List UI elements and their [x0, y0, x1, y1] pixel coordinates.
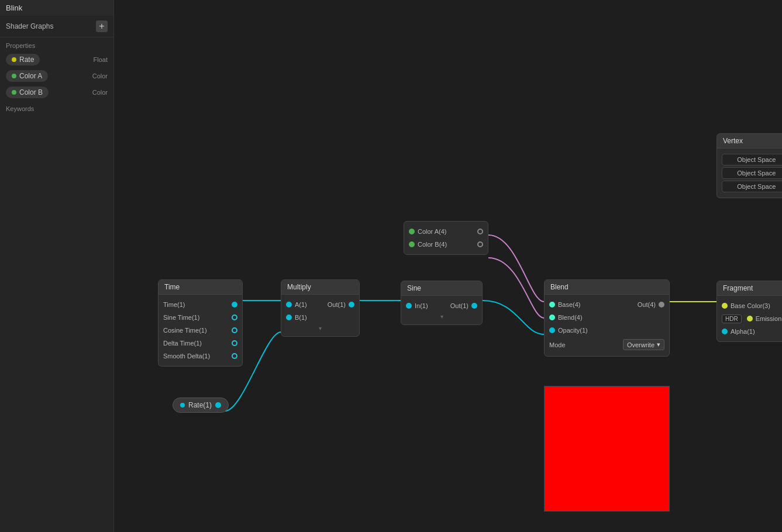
multiply-a-in-port[interactable] — [286, 302, 292, 308]
blend-base-in-port[interactable] — [549, 302, 555, 308]
blend-blend-port: Blend(4) — [545, 311, 669, 324]
properties-label: Properties — [0, 37, 113, 51]
color-a-dot-icon — [12, 74, 16, 78]
time-port-smooth: Smooth Delta(1) — [159, 350, 242, 362]
time-out-port[interactable] — [232, 302, 237, 308]
blend-mode-select[interactable]: Overwrite ▾ — [623, 339, 664, 350]
time-port-cosine: Cosine Time(1) — [159, 324, 242, 337]
sine-expand[interactable]: ▾ — [401, 312, 482, 321]
smooth-delta-out-port[interactable] — [232, 353, 237, 359]
color-a-type: Color — [92, 72, 108, 80]
time-port-sine: Sine Time(1) — [159, 311, 242, 324]
vertex-row-1: Object Space Normal(3) — [722, 167, 782, 179]
vertex-input-2[interactable]: Object Space — [722, 181, 782, 192]
hdr-badge: HDR — [722, 315, 742, 323]
fragment-alpha-in-port[interactable] — [722, 329, 728, 334]
vertex-row-0: Object Space Position(3) — [722, 154, 782, 165]
add-shader-graph-button[interactable]: + — [96, 20, 108, 32]
color-b4-out[interactable] — [477, 241, 483, 247]
blend-node: Blend Base(4) Out(4) Blend(4) — [544, 279, 670, 357]
multiply-out-port[interactable] — [349, 302, 354, 308]
sine-port-in: In(1) Out(1) — [401, 299, 482, 312]
multiply-node-header: Multiply — [281, 280, 359, 295]
fragment-alpha-port: Alpha(1) — [717, 325, 782, 338]
delta-time-out-port[interactable] — [232, 340, 237, 346]
vertex-input-0[interactable]: Object Space — [722, 154, 782, 165]
color-b-type: Color — [92, 89, 108, 96]
sidebar-title: Blink — [0, 0, 113, 16]
multiply-b-in-port[interactable] — [286, 315, 292, 320]
rate-left-dot-icon — [180, 403, 185, 407]
sidebar-shader-graphs: Shader Graphs + — [0, 16, 113, 37]
time-port-time: Time(1) — [159, 298, 242, 311]
fragment-base-color-in-port[interactable] — [722, 303, 728, 309]
color-b-dot-icon — [12, 90, 16, 95]
blend-mode-row: Mode Overwrite ▾ — [545, 337, 669, 353]
sidebar: Blink Shader Graphs + Properties Rate Fl… — [0, 0, 114, 532]
rate-type: Float — [94, 56, 108, 63]
connections-svg — [114, 0, 782, 532]
color-props-node: Color A(4) Color B(4) — [404, 221, 488, 255]
color-b4-dot[interactable] — [409, 241, 415, 247]
fragment-emission-in-port[interactable] — [747, 316, 753, 322]
sine-in-port[interactable] — [406, 303, 412, 309]
rate-dot-icon — [12, 57, 16, 62]
blend-opacity-in-port[interactable] — [549, 327, 555, 333]
blend-opacity-port: Opacity(1) — [545, 324, 669, 337]
color-b-4-port: Color B(4) — [404, 238, 488, 251]
fragment-node-header: Fragment — [717, 281, 782, 296]
cosine-time-out-port[interactable] — [232, 327, 237, 333]
multiply-expand[interactable]: ▾ — [281, 324, 359, 333]
vertex-node: Vertex Object Space Position(3) Object S… — [716, 133, 782, 198]
blend-blend-in-port[interactable] — [549, 315, 555, 320]
time-port-delta: Delta Time(1) — [159, 337, 242, 350]
property-color-a[interactable]: Color A Color — [0, 68, 113, 84]
color-b-label: Color B — [19, 88, 43, 96]
time-node: Time Time(1) Sine Time(1) Cosine Time(1)… — [158, 279, 243, 367]
color-a4-out[interactable] — [477, 229, 483, 234]
blend-out-port[interactable] — [659, 302, 664, 308]
red-preview — [544, 386, 670, 512]
rate-right-dot-icon[interactable] — [215, 402, 221, 408]
fragment-node: Fragment Base Color(3) HDR Emission(3) — [716, 281, 782, 342]
vertex-node-header: Vertex — [717, 134, 782, 148]
sine-time-out-port[interactable] — [232, 315, 237, 320]
shader-graphs-label: Shader Graphs — [6, 22, 53, 30]
sine-node: Sine In(1) Out(1) ▾ — [401, 281, 483, 325]
blend-base-port: Base(4) Out(4) — [545, 298, 669, 311]
fragment-emission-port: HDR Emission(3) — [717, 312, 782, 325]
keywords-label: Keywords — [0, 101, 113, 115]
rate-pill-label: Rate(1) — [188, 401, 212, 409]
time-node-header: Time — [159, 280, 242, 295]
blend-node-header: Blend — [545, 280, 669, 295]
multiply-node: Multiply A(1) Out(1) B(1) ▾ — [281, 279, 360, 337]
property-rate[interactable]: Rate Float — [0, 51, 113, 68]
multiply-port-b: B(1) — [281, 311, 359, 324]
canvas: Time Time(1) Sine Time(1) Cosine Time(1)… — [114, 0, 782, 532]
color-a4-dot[interactable] — [409, 229, 415, 234]
property-color-b[interactable]: Color B Color — [0, 84, 113, 101]
color-a-4-port: Color A(4) — [404, 225, 488, 238]
vertex-input-1[interactable]: Object Space — [722, 167, 782, 179]
rate-node[interactable]: Rate(1) — [173, 398, 229, 413]
vertex-row-2: Object Space Tangent(3) — [722, 181, 782, 192]
fragment-base-color-port: Base Color(3) — [717, 299, 782, 312]
color-a-label: Color A — [19, 72, 42, 80]
sine-node-header: Sine — [401, 281, 482, 296]
rate-label: Rate — [19, 56, 34, 64]
multiply-port-a: A(1) Out(1) — [281, 298, 359, 311]
sine-out-port[interactable] — [471, 303, 477, 309]
